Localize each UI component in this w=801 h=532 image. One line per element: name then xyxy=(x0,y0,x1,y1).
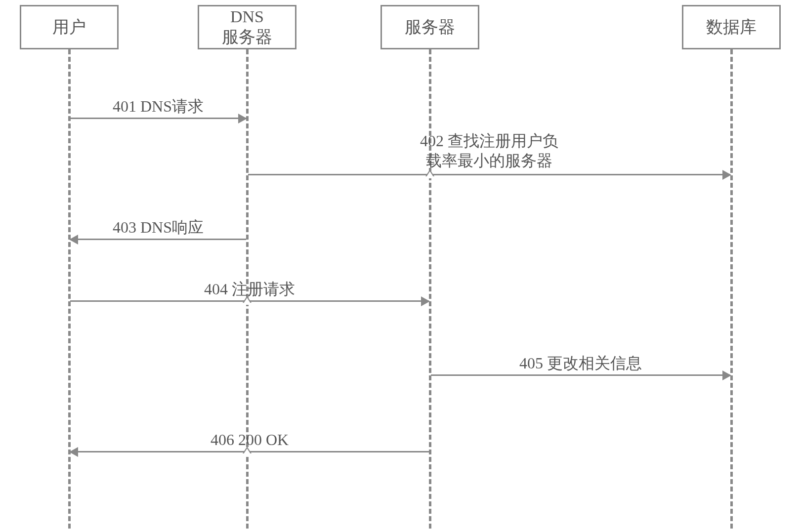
message-label-402: 402 查找注册用户负 载率最小的服务器 xyxy=(247,131,731,170)
pass-through-notch-icon xyxy=(243,447,252,453)
arrowhead-right-icon xyxy=(421,296,430,306)
arrowhead-right-icon xyxy=(722,370,731,380)
participant-database: 数据库 xyxy=(682,5,781,49)
message-label-403: 403 DNS响应 xyxy=(69,217,247,237)
arrowhead-right-icon xyxy=(722,170,731,180)
arrowhead-left-icon xyxy=(69,235,78,245)
message-arrow-406 xyxy=(70,451,429,452)
lifeline-database xyxy=(730,49,733,529)
pass-through-notch-icon xyxy=(243,296,252,303)
participant-user: 用户 xyxy=(20,5,119,49)
message-arrow-405 xyxy=(431,374,730,376)
message-arrow-403 xyxy=(70,239,246,240)
message-label-401: 401 DNS请求 xyxy=(69,96,247,116)
arrowhead-right-icon xyxy=(238,114,247,123)
sequence-diagram: 用户 DNS 服务器 服务器 数据库 401 DNS请求 402 查找注册用户负… xyxy=(0,0,801,532)
participant-dns: DNS 服务器 xyxy=(198,5,296,49)
message-arrow-404 xyxy=(70,300,429,302)
message-arrow-402 xyxy=(248,174,730,175)
message-arrow-401 xyxy=(70,118,246,119)
arrowhead-left-icon xyxy=(69,447,78,457)
message-label-405: 405 更改相关信息 xyxy=(430,353,731,373)
pass-through-notch-icon xyxy=(425,169,434,176)
participant-server: 服务器 xyxy=(380,5,479,49)
